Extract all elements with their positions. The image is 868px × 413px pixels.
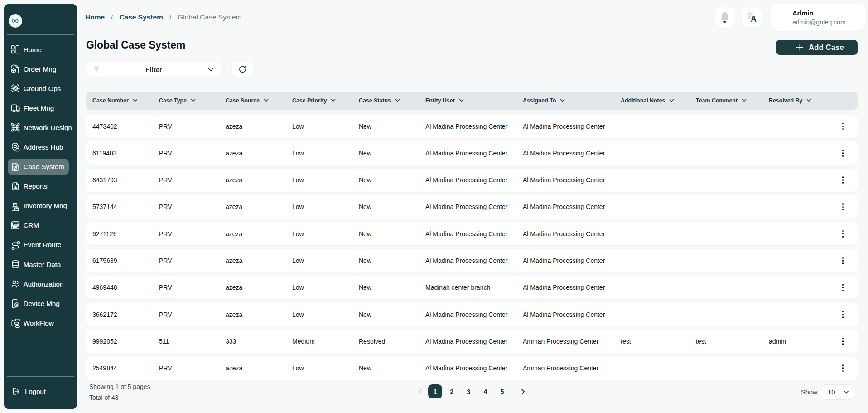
svg-text:CRM: CRM: [12, 223, 19, 226]
svg-text:A: A: [751, 15, 757, 24]
